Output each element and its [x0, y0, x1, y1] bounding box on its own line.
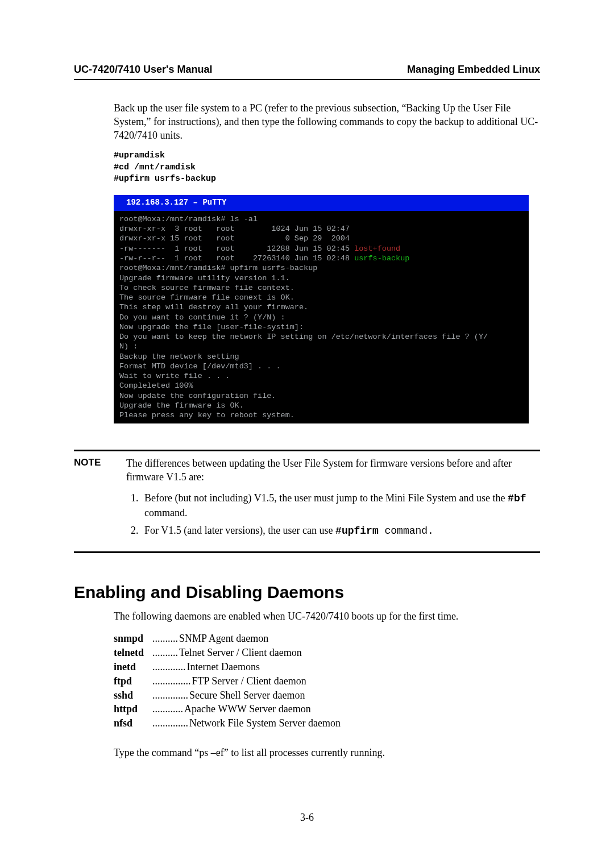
note-label: NOTE: [74, 457, 126, 541]
note-list-item: For V1.5 (and later versions), the user …: [141, 524, 540, 538]
daemon-row: inetd .............Internet Daemons: [114, 660, 540, 674]
daemon-name: inetd: [114, 660, 151, 674]
note-list-item: Before (but not including) V1.5, the use…: [141, 491, 540, 520]
daemon-row: ftpd...............FTP Server / Client d…: [114, 674, 540, 688]
inline-commands: #upramdisk #cd /mnt/ramdisk #upfirm usrf…: [74, 150, 540, 185]
daemon-dots: ..............: [151, 716, 189, 730]
daemon-desc: Secure Shell Server daemon: [189, 688, 305, 703]
daemon-row: snmpd ..........SNMP Agent daemon: [114, 632, 540, 646]
header-rule: [74, 79, 540, 80]
daemon-row: telnetd ..........Telnet Server / Client…: [114, 646, 540, 660]
daemon-row: httpd ............Apache WWW Server daem…: [114, 702, 540, 716]
daemon-desc: SNMP Agent daemon: [179, 632, 268, 646]
daemon-desc: Internet Daemons: [187, 660, 260, 674]
note-text: The differences between updating the Use…: [126, 457, 540, 541]
daemon-name: nfsd: [114, 716, 151, 730]
note-rule-bot: [74, 551, 540, 553]
daemon-name: httpd: [114, 702, 151, 716]
terminal-window: 192.168.3.127 – PuTTY root@Moxa:/mnt/ram…: [114, 195, 529, 423]
terminal-body: root@Moxa:/mnt/ramdisk# ls -al drwxr-xr-…: [114, 211, 529, 424]
terminal-titlebar: 192.168.3.127 – PuTTY: [114, 195, 529, 211]
daemon-desc: Telnet Server / Client daemon: [179, 646, 302, 660]
note-lead: The differences between updating the Use…: [126, 457, 540, 484]
note-rule-top: [74, 450, 540, 451]
daemon-dots: .............: [151, 660, 187, 674]
section-paragraph: The following daemons are enabled when U…: [74, 610, 540, 624]
daemon-name: snmpd: [114, 632, 151, 646]
daemon-dots: ............: [151, 702, 184, 716]
daemon-desc: Apache WWW Server daemon: [184, 702, 311, 716]
daemon-name: sshd: [114, 688, 151, 703]
section-heading: Enabling and Disabling Daemons: [74, 583, 540, 602]
daemon-row: nfsd ..............Network File System S…: [114, 716, 540, 730]
daemon-dots: ...............: [151, 674, 192, 688]
final-paragraph: Type the command “ps –ef” to list all pr…: [74, 746, 540, 760]
daemon-dots: ..........: [151, 646, 179, 660]
page-number: 3-6: [0, 812, 614, 824]
daemon-dots: ..............: [151, 688, 189, 703]
daemon-table: snmpd ..........SNMP Agent daemontelnetd…: [74, 632, 540, 730]
daemon-row: sshd ..............Secure Shell Server d…: [114, 688, 540, 703]
header-right: Managing Embedded Linux: [407, 64, 540, 76]
daemon-name: telnetd: [114, 646, 151, 660]
note-list: Before (but not including) V1.5, the use…: [126, 491, 540, 538]
intro-paragraph: Back up the user file system to a PC (re…: [74, 102, 540, 142]
daemon-dots: ..........: [151, 632, 179, 646]
header-left: UC-7420/7410 User's Manual: [74, 64, 212, 76]
daemon-name: ftpd: [114, 674, 151, 688]
daemon-desc: Network File System Server daemon: [189, 716, 341, 730]
daemon-desc: FTP Server / Client daemon: [192, 674, 306, 688]
